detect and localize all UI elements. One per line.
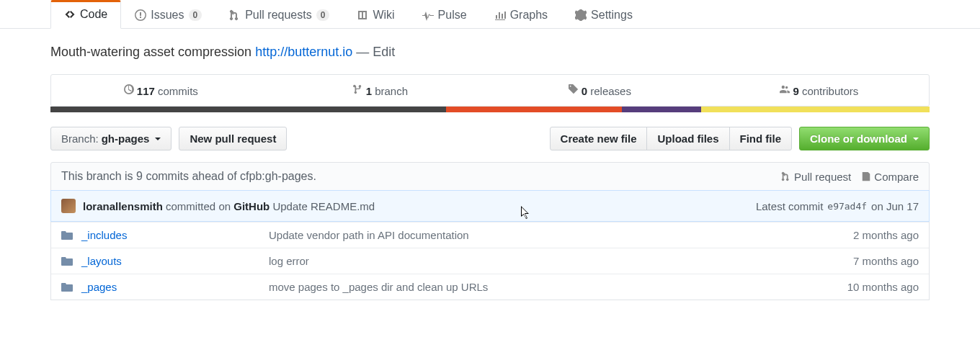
caret-down-icon [913, 138, 919, 143]
file-actions-bar: Branch: gh-pages New pull request Create… [50, 127, 930, 150]
folder-icon [61, 230, 73, 241]
committed-on-text: committed on [166, 200, 231, 212]
contributors-count: 9 [793, 85, 798, 97]
folder-icon [61, 282, 73, 293]
caret-down-icon [155, 138, 161, 143]
tag-icon [569, 84, 579, 95]
latest-commit-row: loranallensmith committed on GitHub Upda… [50, 190, 930, 222]
commit-author-link[interactable]: loranallensmith [83, 200, 163, 212]
file-commit-message-link[interactable]: move pages to _pages dir and clean up UR… [269, 281, 803, 293]
commit-sha-link[interactable]: e97ad4f [827, 201, 867, 212]
file-name-link[interactable]: _layouts [81, 255, 269, 267]
tab-pulse[interactable]: Pulse [409, 0, 481, 29]
file-age: 2 months ago [803, 229, 919, 241]
tab-settings[interactable]: Settings [561, 0, 646, 29]
tab-code[interactable]: Code [50, 0, 121, 29]
issues-count: 0 [189, 9, 202, 21]
branch-name: gh-pages [102, 132, 150, 145]
people-icon [780, 84, 790, 95]
latest-commit-label: Latest commit [756, 200, 823, 212]
pull-request-icon [229, 9, 241, 21]
compare-text: This branch is 9 commits ahead of cfpb:g… [61, 170, 316, 183]
commits-label: commits [158, 85, 198, 97]
branches-label: branch [375, 85, 408, 97]
branches-stat[interactable]: 1 branch [271, 75, 491, 106]
tab-label: Pull requests [245, 9, 312, 22]
tab-issues[interactable]: Issues 0 [121, 0, 215, 29]
pulls-count: 0 [316, 9, 330, 21]
file-list: _includesUpdate vendor path in API docum… [50, 222, 930, 300]
commits-count: 117 [137, 85, 155, 97]
repo-url-link[interactable]: http://butternut.io [255, 45, 352, 59]
gear-icon [575, 9, 587, 21]
commit-date: on Jun 17 [871, 200, 919, 212]
branch-compare-bar: This branch is 9 commits ahead of cfpb:g… [50, 162, 930, 191]
pull-request-link[interactable]: Pull request [781, 171, 851, 183]
branch-icon [352, 84, 362, 95]
history-icon [124, 84, 134, 95]
book-icon [357, 9, 368, 21]
file-row: _pagesmove pages to _pages dir and clean… [51, 274, 929, 300]
contributors-stat[interactable]: 9 contributors [710, 75, 930, 106]
clone-download-button[interactable]: Clone or download [799, 127, 930, 150]
lang-segment-css [622, 107, 701, 112]
tab-label: Settings [591, 9, 633, 22]
diff-icon [861, 171, 871, 182]
clone-label: Clone or download [810, 132, 907, 145]
file-commit-message-link[interactable]: log error [269, 255, 803, 267]
repo-stats-bar: 117 commits 1 branch 0 releases 9 contri… [50, 74, 930, 107]
code-icon [64, 9, 76, 20]
file-name-link[interactable]: _includes [81, 229, 269, 241]
graph-icon [494, 9, 506, 21]
compare-link[interactable]: Compare [861, 171, 919, 183]
commit-message-link[interactable]: Update README.md [272, 200, 375, 212]
lang-segment-js [701, 107, 930, 112]
file-age: 7 months ago [803, 255, 919, 267]
commits-stat[interactable]: 117 commits [51, 75, 271, 106]
lang-segment-other [50, 107, 446, 112]
file-name-link[interactable]: _pages [81, 281, 269, 293]
tab-label: Graphs [510, 9, 548, 22]
issue-icon [135, 9, 146, 21]
description-text: Mouth-watering asset compression [50, 45, 251, 59]
tab-pull-requests[interactable]: Pull requests 0 [215, 0, 343, 29]
language-bar[interactable] [50, 107, 930, 112]
branch-label: Branch: [61, 132, 99, 145]
tab-label: Wiki [373, 9, 394, 22]
create-new-file-button[interactable]: Create new file [550, 127, 648, 150]
tab-label: Pulse [438, 9, 467, 22]
file-age: 10 months ago [803, 281, 919, 293]
releases-count: 0 [582, 85, 587, 97]
contributors-label: contributors [802, 85, 858, 97]
tab-label: Code [80, 8, 107, 21]
file-row: _includesUpdate vendor path in API docum… [51, 222, 929, 248]
lang-segment-html [446, 107, 622, 112]
branch-select-button[interactable]: Branch: gh-pages [50, 127, 172, 150]
commit-platform: GitHub [233, 200, 270, 212]
releases-label: releases [590, 85, 631, 97]
tab-graphs[interactable]: Graphs [481, 0, 561, 29]
edit-description-link[interactable]: Edit [373, 45, 395, 59]
repo-description: Mouth-watering asset compression http://… [50, 45, 930, 60]
file-commit-message-link[interactable]: Update vendor path in API documentation [269, 229, 803, 241]
description-sep: — [356, 45, 369, 59]
pulse-icon [422, 9, 434, 21]
new-pull-request-button[interactable]: New pull request [179, 127, 287, 150]
tab-wiki[interactable]: Wiki [343, 0, 408, 29]
branches-count: 1 [366, 85, 372, 97]
releases-stat[interactable]: 0 releases [490, 75, 710, 106]
upload-files-button[interactable]: Upload files [646, 127, 729, 150]
find-file-button[interactable]: Find file [729, 127, 793, 150]
folder-icon [61, 256, 73, 267]
file-row: _layoutslog error7 months ago [51, 248, 929, 274]
tab-label: Issues [151, 9, 184, 22]
avatar[interactable] [61, 199, 76, 213]
pull-request-icon [781, 171, 791, 182]
